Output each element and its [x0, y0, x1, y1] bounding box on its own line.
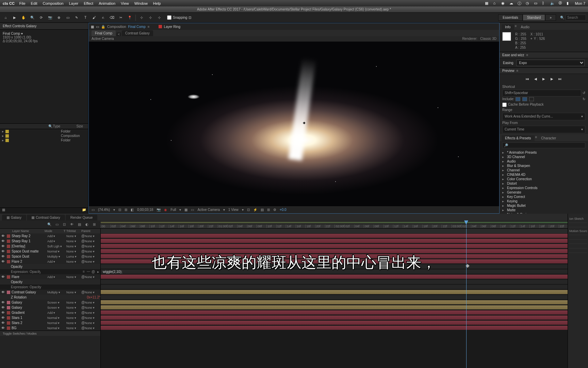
layer-row[interactable]: 👁 Galaxy Screen ▾ None ▾ @None ▾	[0, 300, 100, 305]
trkmat-dropdown[interactable]: None ▾	[66, 326, 76, 330]
layer-bar[interactable]	[101, 239, 588, 243]
renderer-value[interactable]: Classic 3D	[480, 37, 496, 41]
effects-list[interactable]: ▸* Animation Presets▸3D Channel▸Audio▸Bl…	[500, 150, 588, 214]
zoom-tool-icon[interactable]: 🔍	[29, 14, 36, 21]
mag-ratio-icon[interactable]: ▭	[92, 208, 95, 212]
expr-graph-icon[interactable]: 〰	[86, 270, 91, 274]
effect-category[interactable]: ▸Color Correction	[501, 177, 587, 181]
layer-row[interactable]: 👁 Sharp Ray 2 Add ▾ None ▾ @None ▾	[0, 233, 100, 239]
layer-track[interactable]	[101, 249, 588, 254]
visibility-icon[interactable]: 👁	[0, 234, 6, 238]
layer-track[interactable]	[101, 274, 588, 279]
property-name[interactable]: Opacity	[10, 265, 100, 269]
trkmat-dropdown[interactable]: None ▾	[66, 240, 76, 243]
selection-tool-icon[interactable]: ▶	[11, 14, 18, 21]
menu-window[interactable]: Window	[134, 1, 148, 5]
timeline-icon[interactable]: ▤	[261, 208, 264, 212]
twirl-icon[interactable]: ▸	[502, 173, 506, 177]
parent-dropdown[interactable]: None ▾	[85, 250, 95, 253]
ruler-tick[interactable]: 22f	[559, 225, 569, 228]
project-item[interactable]: ▸ Folder	[0, 129, 88, 134]
ruler-tick[interactable]: 08f	[257, 225, 266, 228]
visibility-icon[interactable]: 👁	[0, 260, 6, 263]
label-swatch[interactable]	[7, 326, 10, 330]
panel-comp-name[interactable]: Final Comp	[128, 25, 146, 29]
close-tab-icon[interactable]: <	[116, 32, 121, 36]
pickwhip-icon[interactable]: @	[81, 321, 85, 325]
ruler-tick[interactable]: 14f	[403, 225, 413, 228]
layer-bar[interactable]	[101, 290, 588, 294]
cam-dd-icon[interactable]: ▾	[223, 208, 225, 212]
layer-track[interactable]	[101, 315, 588, 320]
ruler-tick[interactable]: 16f	[179, 225, 189, 228]
layer-bar[interactable]	[101, 234, 588, 238]
view-count[interactable]: 1 View	[228, 208, 239, 212]
axis-local-icon[interactable]: ⊹	[138, 14, 145, 21]
parent-dropdown[interactable]: None ▾	[85, 234, 95, 238]
last-frame-icon[interactable]: ⏭	[557, 76, 563, 81]
visibility-icon[interactable]: 👁	[0, 290, 6, 294]
visibility-icon[interactable]: 👁	[0, 316, 6, 320]
visibility-icon[interactable]: 👁	[0, 321, 6, 325]
twirl-icon[interactable]: ▸	[502, 182, 506, 185]
property-row[interactable]: Opacity	[0, 264, 100, 269]
axis-view-icon[interactable]: ⊹	[156, 14, 163, 21]
effect-category[interactable]: ▸Distort	[501, 181, 587, 186]
panel-menu-icon[interactable]: ≡	[526, 53, 528, 57]
camera-dd[interactable]: Active Camera	[197, 208, 220, 212]
layer-name[interactable]: Flare	[11, 275, 47, 279]
tv-icon[interactable]: ⌂	[493, 1, 498, 6]
snapping-opt-icon[interactable]: ⊡	[189, 16, 191, 19]
reset-icon[interactable]: ↺	[583, 90, 585, 96]
timeline-tab-render[interactable]: Render Queue	[66, 215, 98, 220]
mode-dropdown[interactable]: Normal ▾	[47, 250, 60, 253]
eraser-tool-icon[interactable]: ⌫	[108, 14, 116, 21]
col-type[interactable]: Type	[53, 124, 76, 128]
channel-icon[interactable]: ◉	[164, 208, 167, 212]
tab-info[interactable]: Info	[502, 24, 514, 30]
trkmat-dropdown[interactable]: None ▾	[66, 234, 76, 238]
effect-category[interactable]: ▸* Animation Presets	[501, 150, 587, 155]
pen-tool-icon[interactable]: ✎	[73, 14, 80, 21]
expr-pickwhip-icon[interactable]: @	[91, 270, 96, 274]
label-swatch[interactable]	[7, 321, 10, 325]
ruler-tick[interactable]: 10f	[149, 225, 159, 228]
ruler-tick[interactable]: 10f	[500, 225, 510, 228]
axis-world-icon[interactable]: ⊹	[147, 14, 154, 21]
display-icon[interactable]: ▭	[534, 1, 539, 6]
panel-menu-icon[interactable]: ≡	[517, 69, 519, 73]
col-size[interactable]: Size	[76, 124, 88, 128]
ruler-tick[interactable]: 14f	[520, 225, 530, 228]
layer-name[interactable]: Galaxy	[11, 301, 47, 304]
visibility-icon[interactable]: 👁	[0, 244, 6, 248]
mode-dropdown[interactable]: Add ▾	[47, 275, 55, 279]
label-swatch[interactable]	[5, 130, 9, 133]
mode-dropdown[interactable]: Add ▾	[47, 240, 55, 243]
layer-row[interactable]: 👁 Flare 2 Add ▾ None ▾ @None ▾	[0, 259, 100, 264]
preview-header[interactable]: Preview≡	[500, 67, 588, 74]
layer-name[interactable]: BG	[11, 326, 47, 330]
parent-dropdown[interactable]: None ▾	[85, 291, 95, 294]
ruler-tick[interactable]: 22f	[325, 225, 335, 228]
ruler-tick[interactable]: 08f	[491, 225, 501, 228]
snapshot-icon[interactable]: 📷	[157, 208, 161, 212]
pickwhip-icon[interactable]: @	[81, 255, 85, 258]
ruler-tick[interactable]: 02f	[227, 225, 237, 228]
pickwhip-icon[interactable]: @	[81, 301, 85, 304]
trkmat-dropdown[interactable]: None ▾	[66, 245, 76, 248]
project-list[interactable]: ▸ Folder ▸ Composition ▸ Folder	[0, 129, 88, 208]
timeline-ruler[interactable]: 0002f04f06f08f10f12f14f16f18f20f22f01:00…	[101, 220, 588, 228]
layer-bar[interactable]	[101, 254, 588, 258]
ruler-tick[interactable]: 14f	[286, 225, 296, 228]
property-track[interactable]	[101, 264, 588, 269]
property-row[interactable]: Z Rotation0x+11.2°	[0, 295, 100, 300]
label-swatch[interactable]	[7, 260, 10, 263]
pixel-aspect-icon[interactable]: ⊡	[247, 208, 250, 212]
twirl-icon[interactable]: ▸	[502, 151, 506, 154]
effect-category[interactable]: ▸Generate	[501, 190, 587, 195]
effect-category[interactable]: ▸3D Channel	[501, 155, 587, 159]
interpret-icon[interactable]: ▦	[2, 208, 5, 212]
label-swatch[interactable]	[7, 234, 10, 238]
twirl-icon[interactable]: ▸	[502, 208, 506, 212]
workspace-standard[interactable]: Standard	[523, 14, 545, 21]
